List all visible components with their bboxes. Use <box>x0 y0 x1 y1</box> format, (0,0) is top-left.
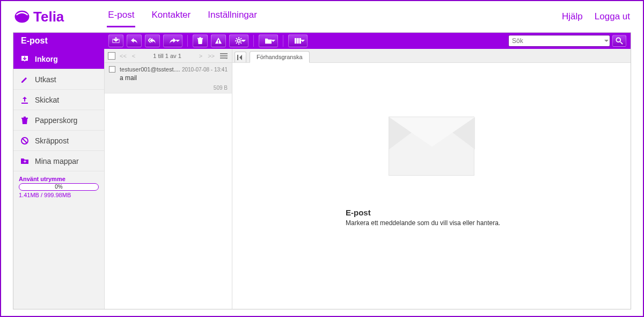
page-last[interactable]: >> <box>207 53 216 59</box>
svg-rect-1 <box>218 40 219 42</box>
delete-button[interactable] <box>193 34 208 47</box>
svg-rect-4 <box>295 38 296 44</box>
warning-icon <box>215 37 222 45</box>
list-options-icon[interactable] <box>219 53 229 59</box>
forward-icon <box>169 38 177 44</box>
brand-logo: Telia <box>14 9 64 25</box>
trash-folder-icon <box>20 116 30 125</box>
top-bar: Telia E-post Kontakter Inställningar Hjä… <box>1 1 643 29</box>
folder-label: Skickat <box>35 96 59 104</box>
forward-button[interactable] <box>163 34 182 47</box>
storage-bar: 0% <box>19 183 99 191</box>
columns-icon <box>294 38 302 44</box>
nav-email[interactable]: E-post <box>107 6 135 27</box>
brand-name: Telia <box>33 9 64 25</box>
page-status: 1 till 1 av 1 <box>140 53 194 59</box>
message-size: 509 B <box>109 82 228 91</box>
trash-icon <box>197 37 203 45</box>
search-box <box>508 35 631 47</box>
preview-empty-state: E-post Markera ett meddelande som du vil… <box>232 63 631 309</box>
empty-title: E-post <box>346 208 517 217</box>
message-checkbox[interactable] <box>109 66 115 73</box>
compose-icon <box>112 37 120 45</box>
folder-label: Mina mappar <box>35 157 79 165</box>
reply-button[interactable] <box>127 34 142 47</box>
preview-tabs: Förhandsgranska <box>232 49 631 63</box>
message-row[interactable]: testuser001@tsstest.... 2010-07-08 - 13:… <box>105 63 232 93</box>
storage-label: Använt utrymme <box>19 176 99 182</box>
svg-rect-13 <box>220 53 228 54</box>
search-button[interactable] <box>612 35 626 47</box>
folder-sidebar: Inkorg Utkast Skickat Papperskorg Skräpp… <box>13 49 105 309</box>
svg-rect-16 <box>237 55 238 60</box>
search-icon <box>616 37 623 45</box>
message-list-header: << < 1 till 1 av 1 > >> <box>105 49 232 63</box>
folder-trash[interactable]: Papperskorg <box>13 110 104 131</box>
folder-label: Inkorg <box>35 55 58 63</box>
reply-icon <box>130 38 138 44</box>
svg-point-7 <box>616 38 620 42</box>
folder-sent[interactable]: Skickat <box>13 90 104 110</box>
link-logout[interactable]: Logga ut <box>595 11 630 22</box>
message-from: testuser001@tsstest.... <box>120 66 180 73</box>
page-next[interactable]: > <box>198 53 203 59</box>
svg-rect-5 <box>297 38 298 44</box>
message-subject: a mail <box>109 73 228 82</box>
folder-label: Utkast <box>35 75 56 84</box>
storage-meter: Använt utrymme 0% 1.41MB / 999.98MB <box>13 171 104 203</box>
svg-line-8 <box>620 42 623 44</box>
search-input[interactable] <box>508 35 610 47</box>
select-all-checkbox[interactable] <box>108 52 115 60</box>
primary-nav: E-post Kontakter Inställningar <box>107 6 258 27</box>
envelope-icon <box>389 117 474 176</box>
svg-rect-12 <box>25 160 25 163</box>
svg-line-10 <box>23 139 27 143</box>
storage-detail: 1.41MB / 999.98MB <box>19 192 99 198</box>
collapse-preview-button[interactable] <box>235 52 246 62</box>
folder-move-icon <box>265 38 272 44</box>
drafts-icon <box>20 75 30 84</box>
spam-folder-icon <box>20 136 30 146</box>
settings-button[interactable] <box>229 34 248 47</box>
empty-body: Markera ett meddelande som du vill visa … <box>346 219 517 227</box>
app-title: E-post <box>13 36 105 46</box>
reply-all-button[interactable] <box>145 34 160 47</box>
folder-label: Papperskorg <box>35 116 77 125</box>
app-container: E-post <box>13 32 631 309</box>
sent-icon <box>20 95 30 105</box>
folder-inbox[interactable]: Inkorg <box>13 49 104 69</box>
telia-pebble-icon <box>14 9 30 25</box>
folder-my-folders[interactable]: Mina mappar <box>13 151 104 171</box>
search-scope-dropdown[interactable] <box>603 35 610 47</box>
collapse-icon <box>237 55 244 60</box>
nav-contacts[interactable]: Kontakter <box>150 6 192 27</box>
inbox-icon <box>20 54 30 64</box>
reply-all-icon <box>148 38 157 44</box>
svg-rect-6 <box>299 38 301 44</box>
compose-button[interactable] <box>108 34 123 47</box>
svg-point-3 <box>237 39 240 42</box>
page-prev[interactable]: < <box>131 53 136 59</box>
move-to-folder-button[interactable] <box>259 34 278 47</box>
message-list-pane: << < 1 till 1 av 1 > >> testuser001@tsst… <box>105 49 232 309</box>
tab-preview[interactable]: Förhandsgranska <box>250 51 310 63</box>
page-first[interactable]: << <box>119 53 128 59</box>
top-links: Hjälp Logga ut <box>562 11 630 22</box>
message-date: 2010-07-08 - 13:41 <box>182 67 228 73</box>
spam-button[interactable] <box>211 34 226 47</box>
my-folders-icon <box>20 156 30 166</box>
gear-icon <box>235 37 243 45</box>
svg-rect-2 <box>218 42 219 44</box>
svg-rect-14 <box>220 55 228 56</box>
folder-drafts[interactable]: Utkast <box>13 69 104 90</box>
app-body: Inkorg Utkast Skickat Papperskorg Skräpp… <box>13 49 631 309</box>
link-help[interactable]: Hjälp <box>562 11 583 22</box>
nav-settings[interactable]: Inställningar <box>207 6 258 27</box>
app-toolbar: E-post <box>13 33 631 49</box>
preview-pane: Förhandsgranska E-post Markera ett medde… <box>232 49 631 309</box>
folder-spam[interactable]: Skräppost <box>13 131 104 151</box>
layout-button[interactable] <box>288 34 308 47</box>
folder-label: Skräppost <box>35 136 69 145</box>
